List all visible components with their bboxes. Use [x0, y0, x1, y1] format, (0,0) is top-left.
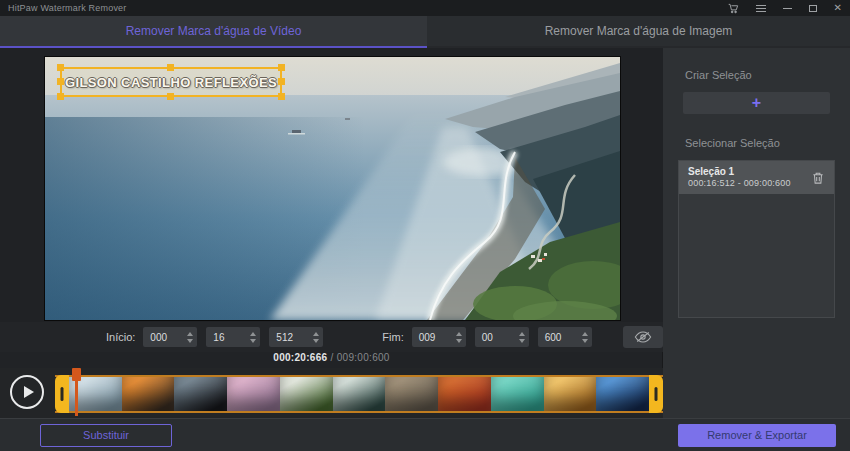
selection-list: Seleção 1000:16:512 - 009:00:600	[678, 160, 835, 318]
preview-toggle-button[interactable]	[623, 326, 663, 348]
video-stage: GILSON CASTILHO REFLEXÕES	[0, 48, 663, 322]
tab-remove-image-watermark[interactable]: Remover Marca d'água de Imagem	[427, 16, 850, 48]
time-spinner-value: 00	[482, 332, 515, 343]
plus-icon: +	[752, 95, 761, 111]
tabbar: Remover Marca d'água de Vídeo Remover Ma…	[0, 16, 850, 48]
select-selection-label: Selecionar Seleção	[685, 137, 780, 149]
app-title: HitPaw Watermark Remover	[8, 3, 127, 13]
selection-name: Seleção 1	[688, 166, 811, 178]
total-time: 009:00:600	[337, 352, 390, 363]
watermark-text: GILSON CASTILHO REFLEXÕES	[65, 75, 277, 90]
time-spinner-value: 512	[276, 332, 309, 343]
spinner-stepper-icon[interactable]	[309, 327, 323, 347]
trim-controls-row: Início: 00016512 Fim: 00900600	[0, 322, 663, 352]
resize-handle-bottom-left[interactable]	[57, 93, 64, 100]
end-label: Fim:	[382, 331, 403, 343]
spinner-stepper-icon[interactable]	[578, 327, 592, 347]
close-button[interactable]: ✕	[834, 3, 842, 13]
trash-icon[interactable]	[811, 171, 825, 185]
cart-icon[interactable]	[728, 3, 739, 14]
time-spinner-value: 009	[419, 332, 452, 343]
time-spinner-field[interactable]: 00	[475, 327, 529, 347]
selection-time-range: 000:16:512 - 009:00:600	[688, 178, 811, 189]
current-time: 000:20:666	[273, 352, 327, 363]
time-separator: /	[327, 352, 336, 363]
resize-handle-top-mid[interactable]	[167, 64, 174, 71]
trim-start-handle[interactable]	[55, 375, 69, 413]
resize-handle-bottom-mid[interactable]	[167, 93, 174, 100]
eye-off-icon	[634, 331, 652, 343]
resize-handle-mid-left[interactable]	[57, 78, 64, 85]
timeline-strip[interactable]	[55, 375, 663, 413]
selection-list-item[interactable]: Seleção 1000:16:512 - 009:00:600	[679, 161, 834, 194]
start-spinners: 00016512	[143, 327, 332, 347]
timeline-row	[0, 368, 663, 418]
resize-handle-bottom-right[interactable]	[278, 93, 285, 100]
time-spinner-field[interactable]: 512	[269, 327, 323, 347]
time-spinner-value: 16	[213, 332, 246, 343]
time-display: 000:20:666 / 009:00:600	[0, 352, 663, 368]
add-selection-button[interactable]: +	[683, 92, 830, 114]
remove-export-button[interactable]: Remover & Exportar	[678, 424, 836, 447]
resize-handle-top-left[interactable]	[57, 64, 64, 71]
play-button[interactable]	[10, 375, 44, 409]
play-icon	[24, 386, 34, 398]
resize-handle-top-right[interactable]	[278, 64, 285, 71]
end-spinners: 00900600	[412, 327, 601, 347]
workspace: GILSON CASTILHO REFLEXÕES Início: 000165…	[0, 48, 663, 418]
time-spinner-value: 600	[545, 332, 578, 343]
time-spinner-field[interactable]: 009	[412, 327, 466, 347]
substitute-button[interactable]: Substituir	[40, 424, 172, 447]
playhead[interactable]	[72, 368, 81, 418]
minimize-button[interactable]	[783, 8, 792, 9]
timeline-frame	[55, 375, 663, 413]
time-spinner-field[interactable]: 600	[538, 327, 592, 347]
video-preview[interactable]: GILSON CASTILHO REFLEXÕES	[45, 57, 620, 320]
watermark-selection-box[interactable]: GILSON CASTILHO REFLEXÕES	[60, 67, 282, 97]
time-spinner-field[interactable]: 000	[143, 327, 197, 347]
spinner-stepper-icon[interactable]	[246, 327, 260, 347]
resize-handle-mid-right[interactable]	[278, 78, 285, 85]
time-spinner-value: 000	[150, 332, 183, 343]
menu-icon[interactable]	[756, 3, 766, 14]
bottom-bar: Substituir Remover & Exportar	[0, 418, 850, 451]
trim-end-handle[interactable]	[649, 375, 663, 413]
titlebar: HitPaw Watermark Remover ✕	[0, 0, 850, 16]
spinner-stepper-icon[interactable]	[452, 327, 466, 347]
tab-remove-video-watermark[interactable]: Remover Marca d'água de Vídeo	[0, 16, 427, 48]
create-selection-label: Criar Seleção	[685, 69, 752, 81]
playhead-flag	[72, 368, 81, 381]
spinner-stepper-icon[interactable]	[515, 327, 529, 347]
selection-panel: Criar Seleção + Selecionar Seleção Seleç…	[663, 48, 850, 418]
maximize-button[interactable]	[809, 5, 817, 12]
start-label: Início:	[106, 331, 135, 343]
time-spinner-field[interactable]: 16	[206, 327, 260, 347]
main-area: GILSON CASTILHO REFLEXÕES Início: 000165…	[0, 48, 850, 418]
spinner-stepper-icon[interactable]	[183, 327, 197, 347]
